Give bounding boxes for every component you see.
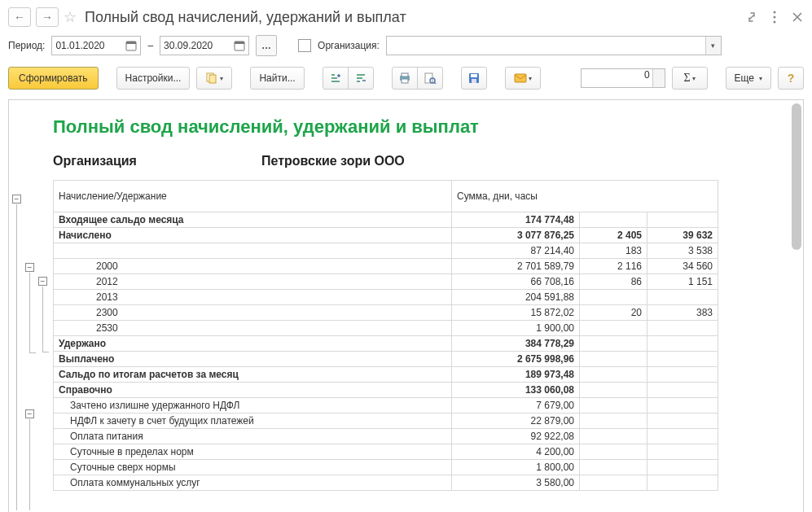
cell-days: [580, 321, 647, 336]
table-row[interactable]: НДФЛ к зачету в счет будущих платежей22 …: [54, 414, 718, 429]
help-button[interactable]: ?: [778, 67, 804, 90]
vertical-scrollbar[interactable]: [792, 102, 801, 510]
table-row[interactable]: 201266 708,16861 151: [54, 274, 718, 290]
favorite-star-icon[interactable]: ☆: [64, 8, 77, 26]
table-row[interactable]: Сальдо по итогам расчетов за месяц189 97…: [54, 367, 718, 383]
cell-sum: 189 973,48: [452, 367, 580, 383]
table-row[interactable]: Удержано384 778,29: [54, 336, 718, 352]
sum-button[interactable]: Σ ▾: [672, 67, 708, 90]
cell-hours: [647, 460, 718, 475]
print-preview-button[interactable]: [417, 67, 443, 90]
cell-name: НДФЛ к зачету в счет будущих платежей: [54, 414, 452, 429]
cell-days: [580, 383, 647, 398]
find-button[interactable]: Найти...: [250, 67, 304, 90]
report-org-label: Организация: [53, 154, 261, 168]
cell-name: 2000: [54, 259, 452, 274]
cell-hours: [647, 444, 718, 460]
cell-hours: [647, 367, 718, 383]
toolbar: Сформировать Настройки... ▾ Найти...: [8, 65, 804, 91]
cell-sum: 7 679,00: [452, 398, 580, 414]
org-select[interactable]: ▾: [386, 36, 722, 55]
svg-rect-11: [402, 79, 408, 83]
page-number-input[interactable]: 0: [581, 68, 665, 88]
org-checkbox[interactable]: [298, 39, 311, 52]
printer-icon: [398, 72, 411, 84]
cell-hours: [647, 383, 718, 398]
report-variants-button[interactable]: ▾: [196, 67, 232, 90]
outline-toggle[interactable]: −: [12, 195, 21, 203]
generate-button[interactable]: Сформировать: [8, 67, 99, 90]
ellipsis-icon: …: [261, 40, 271, 51]
cell-sum: 3 077 876,25: [452, 228, 580, 243]
outline-toggle[interactable]: −: [25, 409, 34, 418]
cell-days: [580, 398, 647, 414]
table-row[interactable]: 20002 701 589,792 11634 560: [54, 259, 718, 274]
outline-toggle[interactable]: −: [38, 277, 47, 286]
date-to-input[interactable]: 30.09.2020: [160, 36, 249, 55]
cell-hours: 383: [647, 305, 718, 321]
table-row[interactable]: Входящее сальдо месяца174 774,48: [54, 212, 718, 228]
report-title: Полный свод начислений, удержаний и выпл…: [53, 116, 790, 138]
save-button[interactable]: [461, 67, 487, 90]
table-row[interactable]: Оплата коммунальных услуг3 580,00: [54, 475, 718, 491]
table-row[interactable]: Суточные в пределах норм4 200,00: [54, 444, 718, 460]
cell-sum: 1 900,00: [452, 321, 580, 336]
period-select-button[interactable]: …: [256, 35, 277, 56]
date-to-value: 30.09.2020: [164, 40, 213, 51]
link-icon[interactable]: [745, 11, 758, 24]
cell-sum: 1 800,00: [452, 460, 580, 475]
svg-rect-4: [126, 42, 136, 44]
nav-back-button[interactable]: ←: [8, 7, 31, 27]
table-row[interactable]: Зачтено излишне удержанного НДФЛ7 679,00: [54, 398, 718, 414]
page-number-value: 0: [585, 69, 650, 81]
dropdown-icon[interactable]: ▾: [705, 37, 721, 55]
period-dash: –: [147, 40, 153, 51]
table-row[interactable]: 87 214,401833 538: [54, 243, 718, 259]
table-row[interactable]: Оплата питания92 922,08: [54, 429, 718, 444]
print-button[interactable]: [392, 67, 418, 90]
expand-groups-button[interactable]: [323, 67, 349, 90]
svg-point-2: [774, 21, 776, 24]
calendar-icon[interactable]: [232, 38, 247, 53]
outline-toggle[interactable]: −: [25, 263, 34, 272]
table-row[interactable]: Начислено3 077 876,252 40539 632: [54, 228, 718, 243]
cell-hours: [647, 429, 718, 444]
cell-hours: [647, 475, 718, 491]
cell-sum: 2 701 589,79: [452, 259, 580, 274]
cell-name: Оплата питания: [54, 429, 452, 444]
cell-sum: 87 214,40: [452, 243, 580, 259]
page-magnify-icon: [424, 72, 437, 84]
cell-name: 2300: [54, 305, 452, 321]
cell-hours: 34 560: [647, 259, 718, 274]
cell-days: 183: [580, 243, 647, 259]
cell-days: [580, 290, 647, 305]
table-row[interactable]: Суточные сверх нормы1 800,00: [54, 460, 718, 475]
settings-button[interactable]: Настройки...: [116, 67, 191, 90]
kebab-menu-icon[interactable]: [768, 11, 781, 24]
calendar-icon[interactable]: [124, 38, 138, 53]
more-button[interactable]: Еще▾: [726, 67, 771, 90]
nav-forward-button[interactable]: →: [36, 7, 59, 27]
arrow-right-icon: →: [42, 11, 53, 24]
sigma-icon: Σ: [684, 72, 691, 85]
cell-name: Начислено: [54, 228, 452, 243]
table-row[interactable]: 2013204 591,88: [54, 290, 718, 305]
cell-days: [580, 429, 647, 444]
cell-days: [580, 212, 647, 228]
date-from-input[interactable]: 01.01.2020: [51, 36, 141, 55]
cell-sum: 174 774,48: [452, 212, 580, 228]
close-icon[interactable]: [791, 11, 804, 24]
send-mail-button[interactable]: ▾: [505, 67, 541, 90]
spinner-icon[interactable]: [652, 69, 665, 87]
table-row[interactable]: Выплачено2 675 998,96: [54, 352, 718, 367]
collapse-groups-button[interactable]: [348, 67, 374, 90]
table-row[interactable]: 25301 900,00: [54, 321, 718, 336]
table-row[interactable]: 230015 872,0220383: [54, 305, 718, 321]
svg-rect-17: [515, 74, 526, 82]
cell-days: 20: [580, 305, 647, 321]
col-header-name: Начисление/Удержание: [54, 181, 452, 212]
table-row[interactable]: Справочно133 060,08: [54, 383, 718, 398]
report-table: Начисление/Удержание Сумма, дни, часы Вх…: [53, 180, 718, 491]
svg-point-0: [774, 11, 776, 14]
titlebar: ← → ☆ Полный свод начислений, удержаний …: [8, 7, 804, 28]
